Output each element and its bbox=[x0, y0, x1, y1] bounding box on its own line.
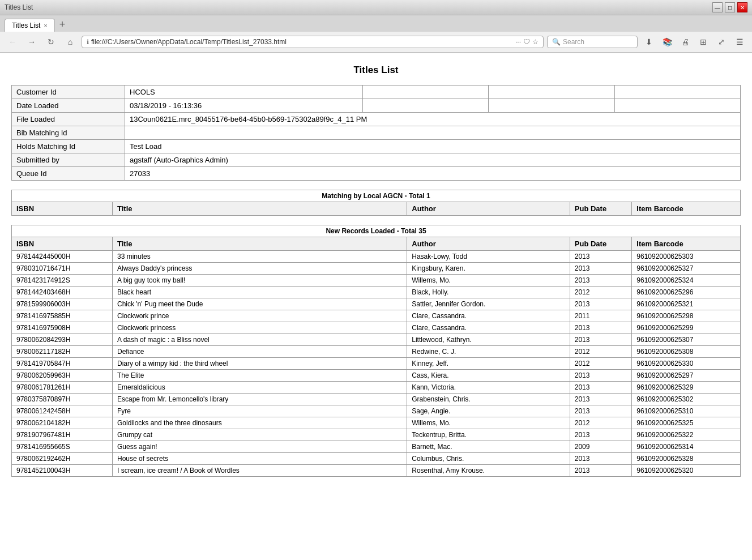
address-bar[interactable]: ℹ file:///C:/Users/Owner/AppData/Local/T… bbox=[82, 36, 544, 48]
menu-button[interactable]: ☰ bbox=[732, 34, 747, 50]
new-records-col-barcode: Item Barcode bbox=[632, 237, 741, 251]
cell-barcode: 961092000625302 bbox=[632, 394, 741, 405]
forward-button[interactable]: → bbox=[24, 34, 40, 50]
cell-pubdate: 2012 bbox=[570, 358, 632, 370]
cell-author: Teckentrup, Britta. bbox=[407, 429, 570, 441]
value-bib-matching bbox=[125, 126, 741, 140]
cell-title: Emeraldalicious bbox=[112, 382, 407, 394]
print-button[interactable]: 🖨 bbox=[677, 34, 693, 50]
cell-pubdate: 2012 bbox=[570, 287, 632, 298]
new-records-tbody: 9781442445000H 33 minutes Hasak-Lowy, To… bbox=[12, 251, 741, 477]
empty-cell-2 bbox=[489, 86, 614, 99]
matching-section-header: Matching by Local AGCN - Total 1 bbox=[12, 190, 741, 202]
title-bar: Titles List — □ ✕ bbox=[0, 0, 752, 15]
cell-isbn: 9781442445000H bbox=[12, 251, 113, 263]
library-button[interactable]: 📚 bbox=[659, 34, 675, 50]
cell-title: 33 minutes bbox=[112, 251, 407, 263]
cell-barcode: 961092000625310 bbox=[632, 405, 741, 417]
table-row: 9780062104182H Goldilocks and the three … bbox=[12, 417, 741, 429]
label-file-loaded: File Loaded bbox=[12, 113, 125, 126]
table-row: 9780310716471H Always Daddy's princess K… bbox=[12, 263, 741, 275]
page-content: Titles List Customer Id HCOLS Date Loade… bbox=[0, 53, 752, 506]
cell-pubdate: 2013 bbox=[570, 298, 632, 310]
info-row-queue: Queue Id 27033 bbox=[12, 167, 741, 181]
cell-isbn: 9780061242458H bbox=[12, 405, 113, 417]
cell-pubdate: 2012 bbox=[570, 417, 632, 429]
cell-pubdate: 2013 bbox=[570, 334, 632, 346]
home-button[interactable]: ⌂ bbox=[62, 34, 78, 50]
empty-cell-5 bbox=[489, 99, 614, 113]
reader-view-button[interactable]: ⊞ bbox=[695, 34, 711, 50]
tab-bar: Titles List × + bbox=[0, 15, 752, 32]
cell-barcode: 961092000625321 bbox=[632, 298, 741, 310]
matching-columns-row: ISBN Title Author Pub Date Item Barcode bbox=[12, 202, 741, 216]
back-button[interactable]: ← bbox=[5, 34, 20, 50]
search-bar[interactable]: 🔍 Search bbox=[547, 36, 638, 48]
fullscreen-button[interactable]: ⤢ bbox=[713, 34, 729, 50]
matching-col-pubdate: Pub Date bbox=[570, 202, 632, 216]
cell-author: Cass, Kiera. bbox=[407, 370, 570, 382]
cell-author: Kinney, Jeff. bbox=[407, 358, 570, 370]
cell-barcode: 961092000625330 bbox=[632, 358, 741, 370]
cell-barcode: 961092000625297 bbox=[632, 370, 741, 382]
maximize-button[interactable]: □ bbox=[725, 2, 735, 12]
close-button[interactable]: ✕ bbox=[737, 2, 747, 12]
empty-cell-3 bbox=[614, 86, 740, 99]
cell-barcode: 961092000625314 bbox=[632, 441, 741, 453]
table-row: 9780062117182H Defiance Redwine, C. J. 2… bbox=[12, 346, 741, 358]
table-row: 9781416955665S Guess again! Barnett, Mac… bbox=[12, 441, 741, 453]
cell-isbn: 9780062059963H bbox=[12, 370, 113, 382]
table-row: 9780062059963H The Elite Cass, Kiera. 20… bbox=[12, 370, 741, 382]
value-date-loaded: 03/18/2019 - 16:13:36 bbox=[125, 99, 363, 113]
cell-barcode: 961092000625308 bbox=[632, 346, 741, 358]
empty-cell-4 bbox=[363, 99, 489, 113]
cell-author: Grabenstein, Chris. bbox=[407, 394, 570, 405]
new-records-header-row: New Records Loaded - Total 35 bbox=[12, 225, 741, 237]
table-row: 9781416975885H Clockwork prince Clare, C… bbox=[12, 310, 741, 322]
search-icon: 🔍 bbox=[552, 38, 561, 46]
matching-section: Matching by Local AGCN - Total 1 ISBN Ti… bbox=[11, 190, 741, 216]
new-records-col-author: Author bbox=[407, 237, 570, 251]
value-queue-id: 27033 bbox=[125, 167, 741, 181]
label-queue-id: Queue Id bbox=[12, 167, 125, 181]
cell-isbn: 9781419705847H bbox=[12, 358, 113, 370]
minimize-button[interactable]: — bbox=[712, 2, 723, 12]
table-row: 9781452100043H I scream, ice cream! / A … bbox=[12, 465, 741, 477]
cell-title: Black heart bbox=[112, 287, 407, 298]
nav-icons: ⬇ 📚 🖨 ⊞ ⤢ ☰ bbox=[641, 34, 747, 50]
cell-author: Sattler, Jennifer Gordon. bbox=[407, 298, 570, 310]
shield-icon: 🛡 bbox=[523, 38, 530, 46]
label-bib-matching: Bib Matching Id bbox=[12, 126, 125, 140]
tab-close-button[interactable]: × bbox=[44, 22, 47, 29]
scroll-container: Titles List Customer Id HCOLS Date Loade… bbox=[0, 53, 752, 518]
window-controls: — □ ✕ bbox=[712, 2, 747, 12]
cell-barcode: 961092000625307 bbox=[632, 334, 741, 346]
refresh-button[interactable]: ↻ bbox=[43, 34, 59, 50]
table-row: 9781907967481H Grumpy cat Teckentrup, Br… bbox=[12, 429, 741, 441]
cell-pubdate: 2013 bbox=[570, 429, 632, 441]
cell-title: Defiance bbox=[112, 346, 407, 358]
search-placeholder: Search bbox=[563, 38, 584, 46]
cell-author: Barnett, Mac. bbox=[407, 441, 570, 453]
cell-barcode: 961092000625320 bbox=[632, 465, 741, 477]
new-records-section: New Records Loaded - Total 35 ISBN Title… bbox=[11, 225, 741, 477]
cell-isbn: 9780310716471H bbox=[12, 263, 113, 275]
cell-title: House of secrets bbox=[112, 453, 407, 465]
cell-title: The Elite bbox=[112, 370, 407, 382]
download-button[interactable]: ⬇ bbox=[641, 34, 657, 50]
new-records-columns-row: ISBN Title Author Pub Date Item Barcode bbox=[12, 237, 741, 251]
page-title: Titles List bbox=[11, 65, 741, 76]
cell-title: Clockwork princess bbox=[112, 322, 407, 334]
active-tab[interactable]: Titles List × bbox=[5, 19, 55, 32]
matching-col-title: Title bbox=[112, 202, 407, 216]
address-bar-icons: ··· 🛡 ☆ bbox=[515, 38, 539, 46]
cell-author: Hasak-Lowy, Todd bbox=[407, 251, 570, 263]
cell-pubdate: 2013 bbox=[570, 453, 632, 465]
cell-isbn: 9780062104182H bbox=[12, 417, 113, 429]
matching-col-barcode: Item Barcode bbox=[632, 202, 741, 216]
bookmark-icon: ☆ bbox=[532, 38, 539, 46]
new-tab-button[interactable]: + bbox=[56, 18, 69, 32]
cell-pubdate: 2013 bbox=[570, 263, 632, 275]
info-row-file: File Loaded 13Coun0621E.mrc_80455176-be6… bbox=[12, 113, 741, 126]
matching-table: Matching by Local AGCN - Total 1 ISBN Ti… bbox=[11, 190, 741, 216]
